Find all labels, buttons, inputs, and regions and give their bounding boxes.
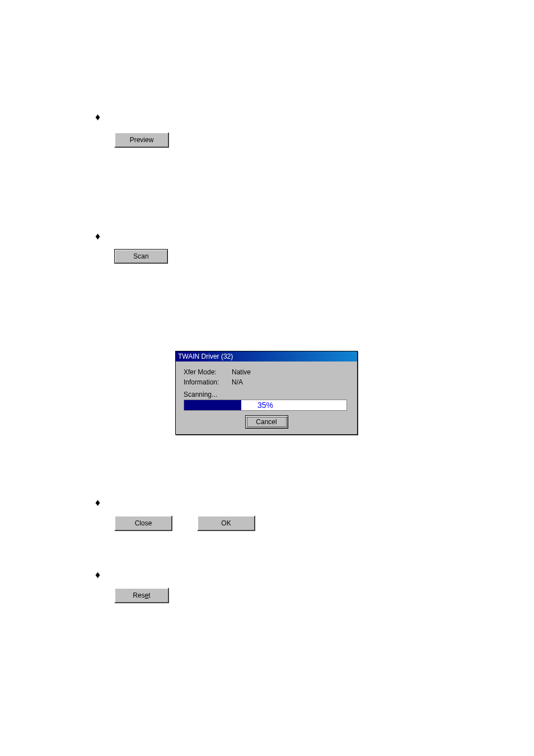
row-label: Information: bbox=[184, 378, 232, 386]
scan-button-label: Scan bbox=[133, 252, 148, 260]
close-button[interactable]: Close bbox=[114, 515, 172, 531]
progress-bar: 35% bbox=[184, 400, 347, 411]
row-label: Xfer Mode: bbox=[184, 368, 232, 376]
bullet-icon: ♦ bbox=[95, 570, 100, 580]
row-information: Information: N/A bbox=[184, 378, 349, 386]
bullet-icon: ♦ bbox=[95, 497, 100, 508]
close-button-label: Close bbox=[135, 519, 152, 527]
bullet-icon: ♦ bbox=[95, 112, 100, 122]
row-value: N/A bbox=[232, 378, 243, 386]
bullet-icon: ♦ bbox=[95, 231, 100, 241]
progress-text: 35% bbox=[184, 400, 346, 410]
dialog-title: TWAIN Driver (32) bbox=[178, 353, 233, 360]
ok-button[interactable]: OK bbox=[197, 515, 255, 531]
cancel-button-label: Cancel bbox=[256, 418, 277, 426]
cancel-button[interactable]: Cancel bbox=[245, 415, 288, 429]
preview-button-label: Preview bbox=[130, 136, 154, 144]
dialog-titlebar: TWAIN Driver (32) bbox=[176, 351, 357, 361]
ok-button-label: OK bbox=[221, 519, 231, 527]
row-value: Native bbox=[232, 368, 251, 376]
row-xfer-mode: Xfer Mode: Native bbox=[184, 368, 349, 376]
scan-button[interactable]: Scan bbox=[114, 249, 168, 264]
reset-button-label: Reset bbox=[133, 591, 150, 599]
preview-button[interactable]: Preview bbox=[114, 132, 169, 148]
reset-button[interactable]: Reset bbox=[114, 588, 169, 603]
progress-dialog: TWAIN Driver (32) Xfer Mode: Native Info… bbox=[175, 351, 358, 435]
status-label: Scanning... bbox=[184, 391, 349, 398]
